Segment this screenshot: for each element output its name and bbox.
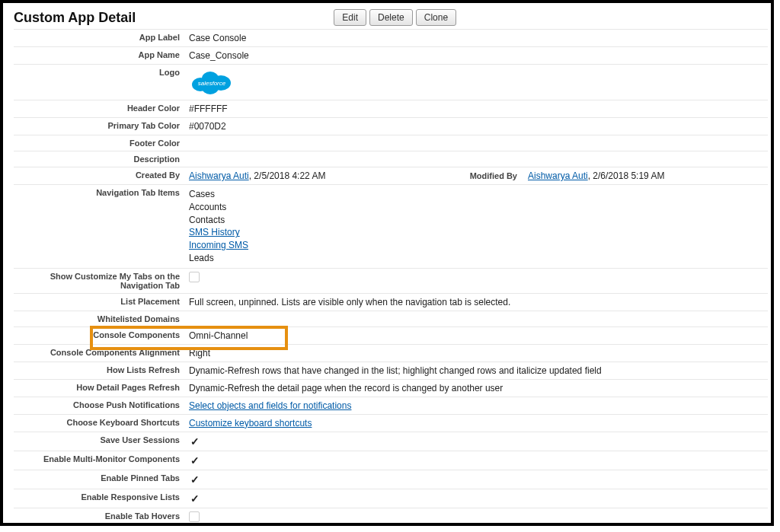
nav-item-cases: Cases — [189, 188, 768, 201]
label-description: Description — [14, 151, 186, 167]
edit-button[interactable]: Edit — [334, 9, 366, 26]
label-nav-items: Navigation Tab Items — [14, 185, 186, 269]
checkbox-unchecked-icon — [189, 511, 200, 522]
nav-item-sms-history[interactable]: SMS History — [189, 227, 240, 237]
clone-button[interactable]: Clone — [416, 9, 456, 26]
checkmark-icon: ✓ — [189, 492, 200, 505]
label-responsive-lists: Enable Responsive Lists — [14, 489, 186, 508]
label-console-components: Console Components — [93, 330, 180, 339]
checkmark-icon: ✓ — [189, 454, 200, 467]
label-how-lists-refresh: How Lists Refresh — [14, 362, 186, 379]
label-modified-by: Modified By — [429, 167, 525, 185]
modified-by-link[interactable]: Aishwarya Auti — [528, 170, 588, 181]
svg-text:salesforce: salesforce — [198, 80, 226, 87]
value-primary-tab-color: #0070D2 — [186, 118, 768, 135]
value-how-detail-refresh: Dynamic-Refresh the detail page when the… — [186, 379, 768, 397]
salesforce-logo-icon: salesforce — [189, 68, 235, 97]
label-how-detail-refresh: How Detail Pages Refresh — [14, 379, 186, 397]
value-console-components: Omni-Channel — [186, 327, 768, 344]
value-list-placement: Full screen, unpinned. Lists are visible… — [186, 293, 768, 311]
label-created-by: Created By — [14, 167, 186, 185]
nav-item-leads: Leads — [189, 252, 768, 265]
label-show-customize: Show Customize My Tabs on the Navigation… — [14, 268, 186, 293]
modified-by-ts: , 2/6/2018 5:19 AM — [588, 170, 665, 181]
label-list-placement: List Placement — [14, 293, 186, 311]
page-title: Custom App Detail — [14, 10, 136, 26]
value-description — [186, 151, 768, 167]
keyboard-shortcuts-link[interactable]: Customize keyboard shortcuts — [189, 418, 312, 428]
value-logo: salesforce — [186, 65, 768, 100]
nav-item-contacts: Contacts — [189, 214, 768, 227]
label-multi-monitor: Enable Multi-Monitor Components — [14, 451, 186, 470]
label-push-notifications: Choose Push Notifications — [14, 397, 186, 414]
value-nav-items: Cases Accounts Contacts SMS History Inco… — [186, 185, 768, 269]
label-whitelisted-domains: Whitelisted Domains — [14, 311, 186, 327]
label-console-alignment: Console Components Alignment — [14, 344, 186, 362]
created-by-ts: , 2/5/2018 4:22 AM — [249, 170, 326, 181]
label-keyboard-shortcuts: Choose Keyboard Shortcuts — [14, 414, 186, 432]
label-footer-color: Footer Color — [14, 135, 186, 151]
value-whitelisted-domains — [186, 311, 768, 327]
value-console-alignment: Right — [186, 344, 768, 362]
checkbox-unchecked-icon — [189, 272, 200, 282]
value-footer-color — [186, 135, 768, 151]
delete-button[interactable]: Delete — [369, 9, 413, 26]
value-app-name: Case_Console — [186, 47, 768, 65]
label-app-name: App Name — [14, 47, 186, 65]
created-by-link[interactable]: Aishwarya Auti — [189, 170, 249, 181]
label-tab-hovers: Enable Tab Hovers — [14, 508, 186, 526]
label-header-color: Header Color — [14, 100, 186, 118]
value-header-color: #FFFFFF — [186, 100, 768, 118]
value-created-by: Aishwarya Auti, 2/5/2018 4:22 AM — [186, 167, 429, 185]
label-logo: Logo — [14, 65, 186, 100]
label-app-label: App Label — [14, 30, 186, 47]
checkmark-icon: ✓ — [189, 435, 200, 448]
value-how-lists-refresh: Dynamic-Refresh rows that have changed i… — [186, 362, 768, 379]
label-pinned-tabs: Enable Pinned Tabs — [14, 470, 186, 489]
label-primary-tab-color: Primary Tab Color — [14, 118, 186, 135]
checkmark-icon: ✓ — [189, 473, 200, 486]
push-notifications-link[interactable]: Select objects and fields for notificati… — [189, 400, 351, 411]
value-modified-by: Aishwarya Auti, 2/6/2018 5:19 AM — [525, 167, 768, 185]
value-app-label: Case Console — [186, 30, 768, 47]
nav-item-accounts: Accounts — [189, 201, 768, 214]
nav-item-incoming-sms[interactable]: Incoming SMS — [189, 240, 248, 250]
label-save-sessions: Save User Sessions — [14, 432, 186, 451]
action-buttons: Edit Delete Clone — [334, 9, 456, 26]
detail-table: App Label Case Console App Name Case_Con… — [14, 29, 768, 526]
